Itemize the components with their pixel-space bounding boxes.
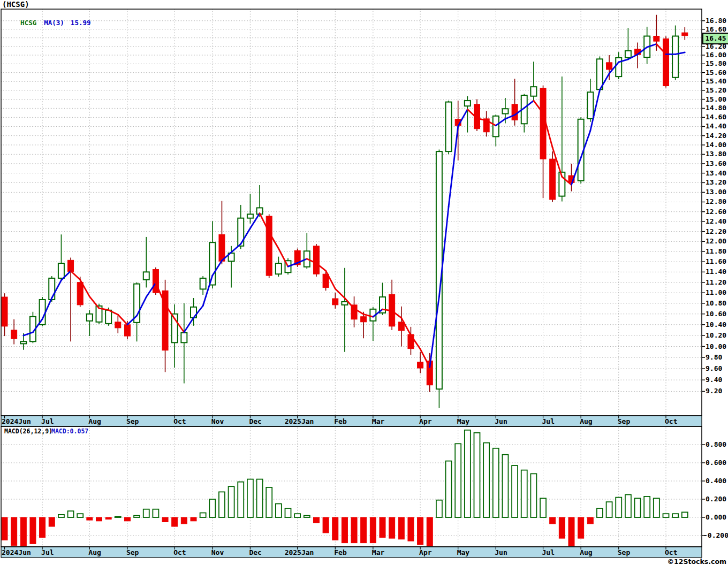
macd-bar-positive [115,516,121,517]
price-axis-label: 12.80 [706,197,726,205]
macd-bar-positive [257,479,263,517]
macd-bar-positive [502,455,508,517]
macd-bar-negative [332,517,338,540]
macd-bar-negative [389,517,395,538]
candle-body-down [606,63,612,70]
price-axis-label: 11.40 [706,268,726,276]
macd-bar-positive [247,479,253,517]
copyright: ©12Stocks.com [668,558,726,565]
candle-body-up [49,278,55,300]
macd-bar-negative [380,517,385,537]
month-label-bottom: Oct [173,548,186,558]
price-axis-label: 14.80 [706,104,726,112]
macd-bar-positive [465,430,471,517]
macd-bar-positive [672,514,678,517]
ma3-line-segment [458,109,468,126]
legend-symbol: HCSG [20,19,36,27]
macd-bar-positive [512,465,518,517]
candle-body-down [332,299,338,305]
candle-body-down [408,334,414,349]
macd-bar-positive [143,509,149,517]
candle-body-down [124,325,130,336]
macd-bar-negative [96,517,102,521]
month-label-bottom: Aug [580,548,592,558]
macd-bar-positive [654,498,659,517]
macd-bar-negative [427,517,433,546]
macd-bar-negative [361,517,367,543]
price-axis-label: 13.20 [706,178,726,186]
macd-bar-negative [408,517,414,541]
macd-bar-positive [597,508,603,517]
candle-body-down [550,159,556,200]
month-label-bottom: Sep [618,548,630,558]
candle-body-up [143,272,149,279]
macd-bar-positive [200,513,206,518]
candle-body-up [209,242,215,285]
month-label-top: Mar [372,417,384,426]
macd-bar-negative [342,517,347,543]
month-label-bottom: Jul [41,548,54,558]
candle-body-up [616,58,621,77]
price-axis-label: 13.00 [706,188,726,196]
month-label-bottom: Nov [211,548,224,558]
candle-body-down [418,362,423,368]
month-label-top: Sep [126,417,139,426]
price-axis-label: 11.00 [706,288,726,296]
candle-body-up [446,102,452,152]
price-axis-label: 12.00 [706,237,726,245]
candle-body-down [398,322,404,331]
macd-bar-positive [606,502,612,517]
candle-body-down [663,39,669,86]
macd-bar-positive [238,482,244,517]
month-label-bottom: Oct [665,548,677,558]
macd-value-label: MACD:0.057 [51,427,88,435]
macd-bar-negative [323,517,329,533]
month-label-bottom: Aug [88,548,101,558]
month-label-top: Oct [665,417,677,426]
price-axis-label: 10.20 [706,331,726,339]
macd-bar-positive [663,514,669,517]
month-label-bottom: Mar [372,548,384,558]
macd-axis-label: 0.800 [706,440,726,448]
macd-bar-positive [635,498,641,517]
price-axis-label: 16.60 [706,25,726,33]
last-price-badge: 16.45 [702,33,728,44]
price-axis-label: 9.80 [706,353,722,361]
price-axis-label: 12.60 [706,208,726,216]
page-title: (HCSG) [2,0,29,9]
candle-body-up [276,263,282,274]
ma3-line-segment [231,244,241,252]
macd-bar-positive [219,492,225,517]
candle-body-up [587,92,593,119]
macd-bar-negative [578,517,584,538]
price-axis-label: 14.40 [706,122,726,130]
candle-body-up [342,302,347,305]
month-label-top: Aug [88,417,101,426]
candle-body-up [20,341,26,343]
macd-bar-positive [521,470,527,517]
month-label-top: Sep [618,417,630,426]
candle-body-up [87,314,93,321]
price-axis-label: 9.40 [706,376,722,384]
macd-bar-positive [229,486,234,517]
price-axis-label: 12.40 [706,217,726,225]
price-axis-label: 14.20 [706,132,726,140]
price-axis-label: 16.00 [706,51,726,59]
month-strip-bottom [1,547,702,558]
macd-bar-positive [616,498,621,517]
candle-body-down [11,330,17,339]
price-axis-label: 9.20 [706,387,722,395]
month-label-top: Apr [419,417,431,426]
candle-body-up [672,36,678,77]
month-label-bottom: Dec [249,548,261,558]
macd-label: MACD(26,12,9) [4,427,52,435]
macd-bar-positive [474,433,480,517]
month-label-top: 2025Jan [285,417,314,426]
candle-body-down [2,297,7,326]
macd-bar-positive [134,516,140,517]
ma3-line-segment [184,318,194,332]
macd-bar-negative [587,517,593,524]
price-axis-label: 11.80 [706,247,726,255]
month-label-bottom: Apr [419,548,431,558]
price-axis-label: 10.60 [706,310,726,318]
